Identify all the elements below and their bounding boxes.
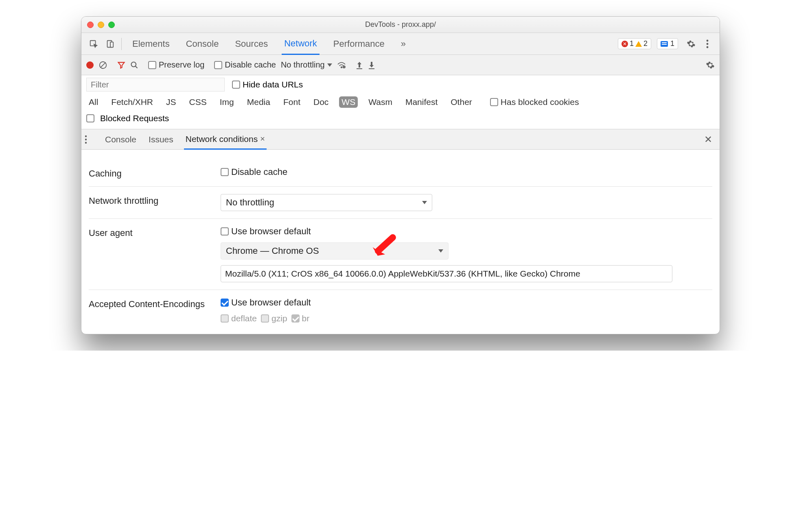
- throttling-label: Network throttling: [89, 194, 211, 206]
- main-tabs: Elements Console Sources Network Perform…: [130, 33, 408, 55]
- ua-preset-select[interactable]: Chrome — Chrome OS: [221, 242, 449, 259]
- svg-rect-13: [369, 68, 374, 69]
- drawer-tab-network-conditions[interactable]: Network conditions ×: [184, 129, 267, 150]
- filter-icon[interactable]: [117, 61, 125, 69]
- annotation-arrow-icon: [370, 232, 394, 256]
- filter-input[interactable]: [86, 78, 225, 92]
- type-ws[interactable]: WS: [339, 96, 358, 108]
- has-blocked-cookies-toggle[interactable]: Has blocked cookies: [490, 97, 579, 107]
- content-encodings-row: Accepted Content-Encodings Use browser d…: [89, 290, 712, 331]
- chevron-down-icon: [327, 63, 332, 67]
- type-fetchxhr[interactable]: Fetch/XHR: [109, 96, 155, 108]
- panel-settings-icon[interactable]: [706, 61, 715, 70]
- search-icon[interactable]: [130, 61, 138, 69]
- filter-bar: Hide data URLs: [81, 75, 720, 94]
- type-wasm[interactable]: Wasm: [366, 96, 395, 108]
- messages-counter[interactable]: 1: [657, 38, 678, 49]
- tab-console[interactable]: Console: [184, 33, 221, 55]
- svg-line-9: [136, 66, 138, 68]
- type-css[interactable]: CSS: [187, 96, 209, 108]
- type-img[interactable]: Img: [217, 96, 236, 108]
- svg-point-15: [85, 138, 87, 140]
- svg-point-10: [341, 67, 342, 68]
- network-toolbar: Preserve log Disable cache No throttling: [81, 55, 720, 75]
- type-media[interactable]: Media: [245, 96, 273, 108]
- issues-counter[interactable]: ✕1 2: [618, 38, 651, 49]
- window-title: DevTools - proxx.app/: [81, 20, 720, 29]
- warning-icon: [635, 41, 642, 47]
- type-doc[interactable]: Doc: [311, 96, 331, 108]
- type-font[interactable]: Font: [281, 96, 303, 108]
- upload-har-icon[interactable]: [356, 61, 363, 69]
- user-agent-row: User agent Use browser default Chrome — …: [89, 218, 712, 290]
- svg-point-4: [707, 43, 709, 45]
- throttling-row: Network throttling No throttling: [89, 186, 712, 218]
- drawer-menu-icon[interactable]: [85, 135, 94, 144]
- drawer-close-icon[interactable]: ✕: [704, 134, 712, 145]
- preserve-log-toggle[interactable]: Preserve log: [148, 60, 204, 70]
- svg-point-8: [131, 62, 136, 67]
- message-count: 1: [670, 39, 674, 48]
- svg-rect-2: [110, 42, 113, 47]
- caching-row: Caching Disable cache: [89, 159, 712, 186]
- ua-string-input[interactable]: Mozilla/5.0 (X11; CrOS x86_64 10066.0.0)…: [221, 265, 672, 282]
- blocked-requests-toggle[interactable]: Blocked Requests: [81, 111, 720, 129]
- tab-network[interactable]: Network: [282, 33, 320, 55]
- throttling-select[interactable]: No throttling: [281, 60, 332, 70]
- chevron-down-icon: [438, 249, 443, 253]
- record-button[interactable]: [86, 61, 94, 69]
- drawer-tab-issues[interactable]: Issues: [147, 129, 175, 150]
- enc-deflate-toggle[interactable]: deflate: [221, 314, 257, 323]
- svg-point-3: [707, 39, 709, 41]
- tabs-overflow-icon[interactable]: »: [398, 33, 408, 55]
- clear-icon[interactable]: [98, 61, 107, 70]
- hide-data-urls-toggle[interactable]: Hide data URLs: [232, 80, 303, 89]
- enc-default-toggle[interactable]: Use browser default: [221, 297, 311, 308]
- type-all[interactable]: All: [86, 96, 101, 108]
- drawer-tabs: Console Issues Network conditions × ✕: [81, 129, 720, 150]
- tab-performance[interactable]: Performance: [331, 33, 387, 55]
- error-icon: ✕: [622, 41, 628, 47]
- type-js[interactable]: JS: [164, 96, 179, 108]
- svg-point-5: [707, 46, 709, 48]
- warning-count: 2: [643, 39, 648, 48]
- device-toggle-icon[interactable]: [103, 37, 117, 51]
- chevron-down-icon: [422, 201, 427, 204]
- drawer-tab-console[interactable]: Console: [103, 129, 138, 150]
- caching-disable-toggle[interactable]: Disable cache: [221, 167, 287, 177]
- kebab-menu-icon[interactable]: [700, 37, 715, 51]
- user-agent-label: User agent: [89, 226, 211, 238]
- svg-line-7: [101, 62, 106, 68]
- type-other[interactable]: Other: [448, 96, 475, 108]
- close-tab-icon[interactable]: ×: [260, 134, 265, 144]
- devtools-window: DevTools - proxx.app/ Elements Console S…: [81, 16, 720, 334]
- svg-point-16: [85, 142, 87, 143]
- content-encodings-label: Accepted Content-Encodings: [89, 297, 211, 310]
- svg-point-14: [85, 135, 87, 137]
- enc-gzip-toggle[interactable]: gzip: [261, 314, 287, 323]
- enc-br-toggle[interactable]: br: [291, 314, 310, 323]
- network-conditions-panel: Caching Disable cache Network throttling…: [81, 150, 720, 334]
- type-manifest[interactable]: Manifest: [403, 96, 440, 108]
- throttling-select-drawer[interactable]: No throttling: [221, 194, 432, 211]
- ua-default-toggle[interactable]: Use browser default: [221, 226, 311, 237]
- tab-elements[interactable]: Elements: [130, 33, 172, 55]
- main-toolbar: Elements Console Sources Network Perform…: [81, 33, 720, 55]
- tab-sources[interactable]: Sources: [232, 33, 270, 55]
- resource-type-filter: All Fetch/XHR JS CSS Img Media Font Doc …: [81, 94, 720, 111]
- download-har-icon[interactable]: [368, 61, 375, 69]
- disable-cache-toggle[interactable]: Disable cache: [214, 60, 276, 70]
- titlebar: DevTools - proxx.app/: [81, 17, 720, 33]
- svg-rect-12: [357, 68, 362, 69]
- error-count: 1: [630, 39, 634, 48]
- network-conditions-icon[interactable]: [337, 61, 346, 69]
- message-icon: [661, 41, 668, 47]
- settings-icon[interactable]: [684, 37, 698, 51]
- inspect-icon[interactable]: [86, 37, 101, 51]
- caching-label: Caching: [89, 167, 211, 179]
